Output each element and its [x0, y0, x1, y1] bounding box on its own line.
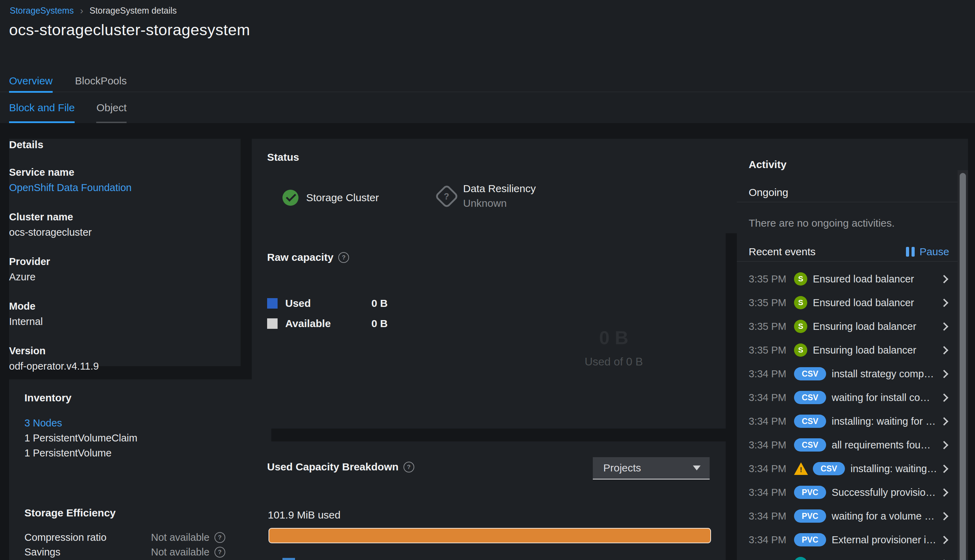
breadcrumb-link-storagesystems[interactable]: StorageSystems: [10, 6, 73, 16]
event-row[interactable]: 3:35 PM S Ensured load balancer: [737, 291, 958, 315]
event-row[interactable]: 3:35 PM S Ensuring load balancer: [737, 315, 958, 338]
help-icon[interactable]: ?: [403, 462, 414, 472]
inventory-card: Inventory 3 Nodes1 PersistentVolumeClaim…: [9, 379, 271, 495]
chevron-right-icon: [940, 370, 948, 378]
chevron-right-icon: [940, 465, 948, 473]
event-time: 3:34 PM: [749, 416, 794, 427]
chevron-right-icon: [940, 488, 948, 497]
inventory-card-title: Inventory: [24, 392, 256, 404]
resource-badge: PVC: [794, 486, 826, 499]
chevron-right-icon: [940, 417, 948, 425]
question-mark-glyph: ?: [218, 549, 222, 555]
help-icon[interactable]: ?: [215, 547, 225, 558]
event-row[interactable]: 3:34 PM PVC Successfully provisio…: [737, 480, 958, 504]
question-mark-glyph: ?: [407, 464, 410, 470]
event-time: 3:34 PM: [749, 534, 794, 546]
event-row[interactable]: 3:35 PM S Ensuring load balancer: [737, 338, 958, 362]
details-item-value: Internal: [9, 314, 241, 329]
help-icon[interactable]: ?: [215, 532, 225, 543]
donut-value: 0 B: [544, 327, 683, 348]
activity-card: Activity Ongoing There are no ongoing ac…: [737, 139, 968, 560]
chevron-right-icon: [940, 275, 948, 283]
raw-capacity-title-text: Raw capacity: [267, 252, 333, 263]
event-time: 3:34 PM: [749, 368, 794, 380]
resource-badge: [794, 557, 807, 560]
status-item-data-resiliency: ? Data Resiliency Unknown: [437, 183, 536, 209]
efficiency-value-text: Not available: [151, 532, 210, 543]
question-mark-glyph: ?: [444, 192, 449, 202]
details-item-label: Mode: [9, 298, 241, 314]
raw-capacity-legend: Used 0 B Available 0 B: [267, 298, 388, 338]
event-time: 3:35 PM: [749, 321, 794, 332]
details-list: Service name OpenShift Data Foundation C…: [9, 165, 241, 374]
details-item: Version odf-operator.v4.11.9: [9, 343, 241, 374]
event-row[interactable]: 3:34 PM CSV install strategy comp…: [737, 362, 958, 386]
resource-badge: CSV: [794, 415, 826, 428]
ongoing-heading: Ongoing: [749, 187, 958, 198]
tab-block-and-file[interactable]: Block and File: [9, 92, 75, 123]
activity-scroll-region: Ongoing There are no ongoing activities.…: [737, 170, 958, 560]
recent-events-heading: Recent events: [749, 246, 816, 258]
status-item-storage-cluster: Storage Cluster: [282, 190, 379, 206]
inventory-item[interactable]: 3 Nodes: [24, 416, 256, 431]
event-message: installing: waiting for …: [832, 416, 939, 427]
event-time: 3:34 PM: [749, 487, 794, 498]
data-resiliency-state: Unknown: [463, 197, 536, 209]
event-row[interactable]: [737, 552, 958, 560]
event-message: Ensuring load balancer: [813, 321, 939, 332]
details-item-value[interactable]: OpenShift Data Foundation: [9, 180, 241, 195]
event-row[interactable]: 3:34 PM CSV all requirements fou…: [737, 433, 958, 457]
event-row[interactable]: 3:35 PM S Ensured load balancer: [737, 267, 958, 291]
legend-row: Available 0 B: [267, 318, 388, 329]
event-row[interactable]: 3:34 PM PVC waiting for a volume …: [737, 504, 958, 528]
efficiency-label: Savings: [24, 547, 151, 558]
details-item-label: Version: [9, 343, 241, 358]
breadcrumb: StorageSystems › StorageSystem details: [10, 6, 177, 16]
capacity-usage-bar: [268, 528, 711, 543]
secondary-tabs: Block and File Object: [0, 92, 975, 123]
success-check-icon: [282, 190, 298, 206]
primary-tabs: Overview BlockPools: [0, 70, 975, 92]
details-item-value: odf-operator.v4.11.9: [9, 358, 241, 374]
event-message: all requirements fou…: [832, 439, 939, 451]
tab-object-label: Object: [96, 102, 127, 114]
efficiency-label: Compression ratio: [24, 532, 151, 543]
clipped-legend-fragment: [282, 558, 295, 560]
event-row[interactable]: 3:34 PM PVC External provisioner i…: [737, 528, 958, 552]
breadcrumb-separator-icon: ›: [80, 6, 83, 15]
pause-button[interactable]: Pause: [906, 246, 949, 258]
status-row: Storage Cluster ? Data Resiliency Unknow…: [267, 183, 741, 218]
resource-badge: CSV: [813, 462, 845, 475]
divider: [737, 261, 958, 262]
capacity-donut-placeholder: 0 B Used of 0 B: [544, 327, 683, 368]
activity-scrollbar-thumb[interactable]: [960, 173, 966, 560]
raw-capacity-card-title: Raw capacity ?: [252, 233, 726, 263]
recent-events-header: Recent events Pause: [749, 246, 949, 258]
efficiency-row: Savings Not available ?: [24, 545, 256, 559]
activity-scrollbar-track: [958, 170, 968, 560]
event-row[interactable]: 3:34 PM CSV installing: waiting for …: [737, 409, 958, 433]
tab-overview[interactable]: Overview: [9, 70, 53, 92]
details-card: Details Service name OpenShift Data Foun…: [9, 139, 241, 366]
legend-label: Available: [285, 318, 372, 330]
capacity-usage-text: 101.9 MiB used: [268, 509, 340, 521]
breakdown-by-dropdown[interactable]: Projects: [593, 457, 710, 480]
tab-overview-label: Overview: [9, 75, 53, 87]
tab-block-and-file-label: Block and File: [9, 102, 75, 114]
event-time: 3:35 PM: [749, 345, 794, 356]
storage-efficiency-list: Compression ratio Not available ? Saving…: [24, 530, 256, 559]
details-item-value: ocs-storagecluster: [9, 225, 241, 240]
event-row[interactable]: 3:34 PM CSV waiting for install co…: [737, 386, 958, 409]
tab-blockpools[interactable]: BlockPools: [75, 70, 127, 92]
event-time: 3:35 PM: [749, 273, 794, 285]
event-message: Successfully provisio…: [832, 487, 939, 498]
help-icon[interactable]: ?: [338, 252, 349, 263]
question-mark-glyph: ?: [342, 255, 345, 260]
inventory-item: 1 PersistentVolumeClaim: [24, 431, 256, 446]
event-row[interactable]: 3:34 PM ! CSV installing: waiting…: [737, 457, 958, 480]
pause-button-label: Pause: [920, 246, 949, 258]
tab-object[interactable]: Object: [96, 92, 127, 123]
inventory-list: 3 Nodes1 PersistentVolumeClaim1 Persiste…: [24, 416, 256, 461]
resource-badge: S: [794, 320, 807, 333]
chevron-right-icon: [940, 536, 948, 544]
